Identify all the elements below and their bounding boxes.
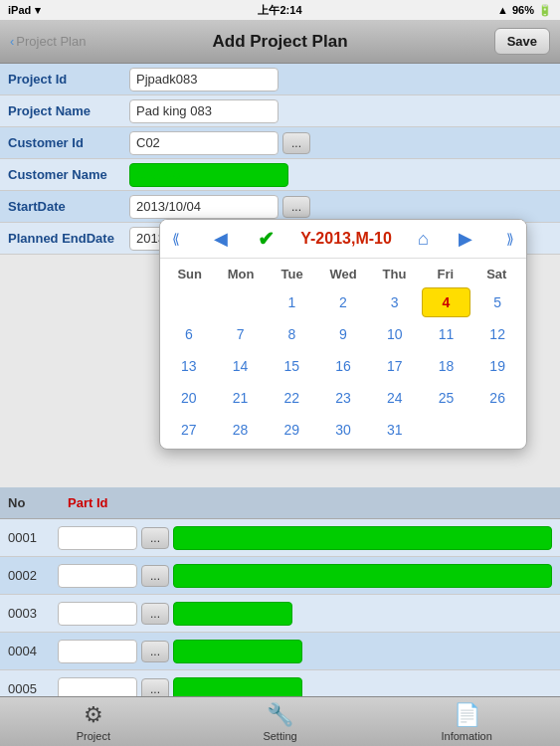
- list-small-input-0002[interactable]: [58, 564, 137, 588]
- cal-day-5[interactable]: 5: [472, 287, 522, 317]
- cal-prev-month-button[interactable]: ◀: [210, 226, 232, 252]
- cal-check-icon: ✔: [258, 227, 275, 251]
- input-group-customer-name: [129, 163, 560, 187]
- customer-id-dots-button[interactable]: ...: [282, 132, 310, 154]
- cal-day-2[interactable]: 2: [318, 287, 368, 317]
- cal-day-3[interactable]: 3: [370, 287, 420, 317]
- list-row-no-0004: 0004: [8, 644, 58, 658]
- cal-prev-year-button[interactable]: ⟪: [168, 229, 184, 249]
- cal-home-button[interactable]: ⌂: [418, 229, 429, 250]
- cal-day-24[interactable]: 24: [370, 383, 420, 413]
- cal-day-empty: [472, 415, 522, 445]
- form-row-customer-name: Customer Name: [0, 159, 560, 191]
- cal-day-25[interactable]: 25: [422, 383, 471, 413]
- list-row-0004: 0004 ...: [0, 633, 560, 670]
- project-id-field[interactable]: [129, 68, 279, 92]
- cal-day-23[interactable]: 23: [318, 383, 368, 413]
- save-button[interactable]: Save: [494, 28, 550, 55]
- cal-day-8[interactable]: 8: [267, 319, 316, 349]
- cal-day-empty: [164, 287, 214, 317]
- list-dots-button-0004[interactable]: ...: [141, 641, 169, 662]
- cal-day-14[interactable]: 14: [216, 351, 266, 381]
- tab-project-label: Project: [77, 730, 110, 742]
- cal-day-7[interactable]: 7: [216, 319, 266, 349]
- cal-day-6[interactable]: 6: [164, 319, 214, 349]
- cal-day-18[interactable]: 18: [422, 351, 471, 381]
- cal-day-1[interactable]: 1: [267, 287, 316, 317]
- project-icon: ⚙: [84, 702, 103, 728]
- cal-day-17[interactable]: 17: [370, 351, 420, 381]
- list-row-no-0003: 0003: [8, 606, 58, 621]
- list-row-no-0001: 0001: [8, 530, 58, 545]
- startdate-field[interactable]: [129, 195, 279, 219]
- device-label: iPad: [8, 4, 31, 16]
- customer-name-field[interactable]: [129, 163, 288, 187]
- cal-day-29[interactable]: 29: [267, 415, 316, 445]
- cal-day-15[interactable]: 15: [267, 351, 316, 381]
- list-row-input-0002: ...: [58, 564, 552, 588]
- list-row-0001: 0001 ...: [0, 519, 560, 557]
- project-name-field[interactable]: [129, 99, 279, 123]
- input-group-customer-id: ...: [129, 131, 560, 155]
- cal-day-31[interactable]: 31: [370, 415, 420, 445]
- cal-day-11[interactable]: 11: [422, 319, 471, 349]
- list-small-input-0004[interactable]: [58, 640, 137, 663]
- status-right: ▲ 96% 🔋: [497, 4, 552, 17]
- back-button[interactable]: ‹ Project Plan: [10, 34, 86, 49]
- cal-day-10[interactable]: 10: [370, 319, 420, 349]
- cal-day-19[interactable]: 19: [472, 351, 522, 381]
- list-row-input-0004: ...: [58, 640, 552, 663]
- cal-day-empty: [422, 415, 471, 445]
- cal-next-month-button[interactable]: ▶: [455, 226, 476, 252]
- list-dots-button-0002[interactable]: ...: [141, 565, 169, 587]
- list-green-input-0001[interactable]: [173, 526, 552, 550]
- cal-day-28[interactable]: 28: [216, 415, 266, 445]
- cal-day-empty: [216, 287, 266, 317]
- cal-header-sun: Sun: [164, 263, 215, 285]
- calendar-header: ⟪ ◀ ✔ Y-2013,M-10 ⌂ ▶ ⟫: [160, 220, 526, 259]
- page-title: Add Project Plan: [212, 32, 347, 52]
- list-col-no-label: No: [8, 495, 68, 510]
- battery-label: 96%: [512, 4, 534, 16]
- list-green-input-0003[interactable]: [173, 602, 292, 626]
- chevron-left-icon: ‹: [10, 34, 14, 49]
- cal-day-12[interactable]: 12: [472, 319, 522, 349]
- cal-header-wed: Wed: [317, 263, 368, 285]
- list-col-partid-label: Part Id: [68, 495, 107, 510]
- cal-day-26[interactable]: 26: [472, 383, 522, 413]
- cal-day-4[interactable]: 4: [422, 287, 471, 317]
- input-group-startdate: ...: [129, 195, 560, 219]
- list-dots-button-0001[interactable]: ...: [141, 527, 169, 549]
- list-small-input-0001[interactable]: [58, 526, 137, 550]
- status-bar: iPad ▾ 上午2:14 ▲ 96% 🔋: [0, 0, 560, 20]
- cal-day-30[interactable]: 30: [318, 415, 368, 445]
- calendar-overlay: ⟪ ◀ ✔ Y-2013,M-10 ⌂ ▶ ⟫ Sun Mon Tue Wed …: [159, 219, 527, 450]
- list-row-no-0002: 0002: [8, 568, 58, 583]
- cal-header-mon: Mon: [215, 263, 266, 285]
- cal-day-13[interactable]: 13: [164, 351, 214, 381]
- cal-next-year-button[interactable]: ⟫: [502, 229, 518, 249]
- startdate-dots-button[interactable]: ...: [282, 196, 310, 218]
- list-green-input-0004[interactable]: [173, 640, 302, 663]
- tab-setting[interactable]: 🔧 Setting: [187, 702, 374, 742]
- cal-header-tue: Tue: [267, 263, 317, 285]
- list-small-input-0003[interactable]: [58, 602, 137, 626]
- cal-day-21[interactable]: 21: [216, 383, 266, 413]
- cal-day-27[interactable]: 27: [164, 415, 214, 445]
- list-green-input-0002[interactable]: [173, 564, 552, 588]
- cal-day-20[interactable]: 20: [164, 383, 214, 413]
- form-row-customer-id: Customer Id ...: [0, 127, 560, 159]
- cal-header-sat: Sat: [471, 263, 522, 285]
- cal-day-16[interactable]: 16: [318, 351, 368, 381]
- label-customer-id: Customer Id: [0, 135, 129, 150]
- status-time: 上午2:14: [258, 3, 301, 18]
- cal-day-22[interactable]: 22: [267, 383, 316, 413]
- list-dots-button-0003[interactable]: ...: [141, 603, 169, 625]
- tab-project[interactable]: ⚙ Project: [0, 702, 187, 742]
- list-header: No Part Id: [0, 487, 560, 519]
- customer-id-field[interactable]: [129, 131, 279, 155]
- tab-information[interactable]: 📄 Infomation: [373, 702, 560, 742]
- status-left: iPad ▾: [8, 4, 41, 17]
- label-planned-enddate: Planned EndDate: [0, 231, 129, 246]
- cal-day-9[interactable]: 9: [318, 319, 368, 349]
